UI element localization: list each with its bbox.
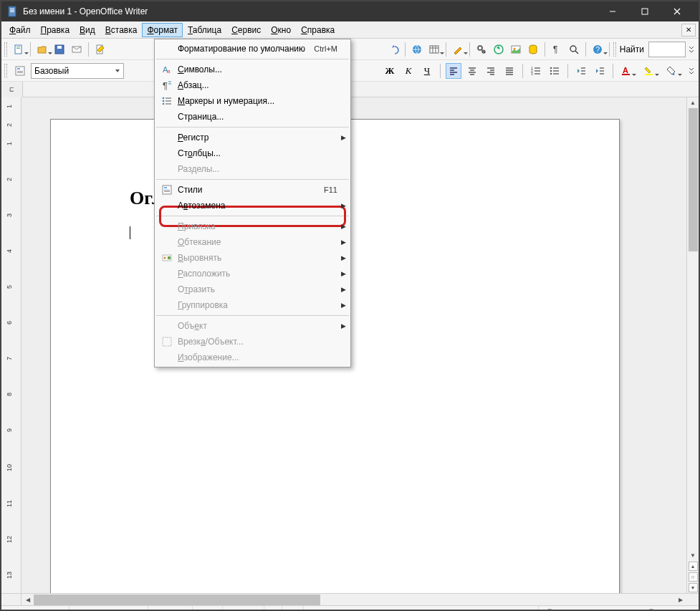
zoom-value-cell[interactable]: 100 % [662, 606, 699, 611]
ruler-tick: 11 [6, 500, 13, 507]
bulleted-list-button[interactable] [547, 63, 562, 79]
menu-item-страница[interactable]: Страница... [155, 109, 350, 125]
background-color-button[interactable] [664, 63, 680, 79]
decrease-indent-button[interactable] [573, 63, 589, 79]
gallery-button[interactable] [508, 42, 524, 57]
menu-формат[interactable]: Формат [142, 23, 183, 37]
next-page-nav-button[interactable]: ▾ [689, 583, 698, 592]
menu-item-абзац[interactable]: ¶Абзац... [155, 77, 350, 93]
zoom-in-button[interactable]: + [646, 609, 656, 612]
menu-правка[interactable]: Правка [36, 23, 75, 37]
menu-сервис[interactable]: Сервис [226, 23, 266, 37]
submenu-arrow-icon: ▶ [337, 302, 346, 309]
hyperlink-button[interactable] [409, 42, 425, 57]
draw-functions-button[interactable] [450, 42, 466, 57]
close-button[interactable] [661, 1, 693, 21]
toolbar-handle[interactable] [4, 42, 7, 57]
navigation-button[interactable]: ○ [689, 572, 698, 582]
menu-item-форматированиепоумолчанию[interactable]: Форматирование по умолчаниюCtrl+M [155, 41, 350, 57]
toolbar-handle[interactable] [4, 64, 7, 78]
scroll-left-arrow[interactable]: ◀ [21, 594, 34, 605]
menu-справка[interactable]: Справка [296, 23, 340, 37]
menu-вставка[interactable]: Вставка [100, 23, 143, 37]
new-document-button[interactable] [11, 42, 27, 57]
zoom-button[interactable] [566, 42, 582, 57]
selection-mode-cell[interactable]: СТАНД [223, 606, 264, 611]
font-color-button[interactable]: A [618, 63, 634, 79]
hscroll-thumb[interactable] [34, 595, 320, 605]
menu-item-группировка: Группировка▶ [155, 297, 350, 313]
menu-item-маркерыинумерация[interactable]: Маркеры и нумерация... [155, 93, 350, 109]
align-justify-button[interactable] [502, 63, 517, 79]
data-sources-button[interactable] [525, 42, 541, 57]
navigator-button[interactable] [491, 42, 507, 57]
menu-separator [156, 216, 349, 216]
zoom-out-button[interactable]: − [545, 609, 555, 612]
minimize-button[interactable] [596, 1, 628, 21]
svg-rect-10 [16, 48, 20, 49]
highlight-button[interactable] [641, 63, 657, 79]
edit-file-button[interactable] [92, 42, 108, 57]
save-button[interactable] [52, 42, 67, 57]
document-area[interactable]: Огл [21, 97, 686, 593]
menu-item-label: Столбцы... [176, 148, 337, 158]
find-label: Найти [620, 44, 644, 54]
svg-rect-72 [645, 74, 653, 75]
paragraph-style-combo[interactable]: Базовый [31, 63, 124, 79]
italic-button[interactable]: К [401, 63, 416, 79]
vertical-scrollbar[interactable]: ▲ ▼ ▴ ○ ▾ [686, 97, 699, 593]
vertical-ruler[interactable]: 1212345678910111213 [1, 97, 21, 593]
find-toolbar-handle[interactable] [613, 42, 616, 57]
menu-таблица[interactable]: Таблица [183, 23, 226, 37]
menu-item-отразить: Отразить▶ [155, 282, 350, 297]
menu-item-столбцы[interactable]: Столбцы... [155, 145, 350, 161]
scroll-thumb[interactable] [689, 108, 698, 251]
menu-вид[interactable]: Вид [75, 23, 100, 37]
table-button[interactable] [426, 42, 442, 57]
language-cell[interactable]: Русский [148, 606, 193, 611]
svg-rect-3 [10, 11, 14, 12]
scroll-right-arrow[interactable]: ▶ [674, 594, 686, 605]
toolbar-overflow-button[interactable] [687, 42, 696, 57]
undo-button[interactable] [385, 42, 401, 57]
align-right-button[interactable] [483, 63, 499, 79]
page-number-cell[interactable]: Страница 1 / 1 [1, 606, 69, 611]
numbered-list-button[interactable]: 123 [528, 63, 544, 79]
scroll-up-arrow[interactable]: ▲ [688, 97, 699, 108]
find-input[interactable] [648, 42, 686, 57]
scroll-down-arrow[interactable]: ▼ [688, 550, 699, 561]
menu-item-label: Привязка [176, 221, 337, 231]
bold-button[interactable]: Ж [382, 63, 398, 79]
nonprinting-chars-button[interactable]: ¶ [549, 42, 565, 57]
insert-mode-cell[interactable]: ВСТ [193, 606, 223, 611]
signature-cell[interactable] [282, 606, 304, 611]
close-document-button[interactable]: ✕ [681, 24, 696, 37]
bullets-icon [158, 95, 176, 107]
svg-rect-16 [430, 46, 438, 53]
underline-button[interactable]: Ч [419, 63, 435, 79]
find-replace-button[interactable] [474, 42, 489, 57]
view-layout-cell[interactable] [485, 606, 539, 611]
menu-item-символы[interactable]: AaСимволы... [155, 62, 350, 77]
increase-indent-button[interactable] [592, 63, 608, 79]
help-button[interactable]: ? [590, 42, 605, 57]
submenu-arrow-icon: ▶ [337, 254, 346, 261]
toolbar-overflow-button[interactable] [687, 63, 696, 79]
menu-окно[interactable]: Окно [266, 23, 296, 37]
menu-item-стили[interactable]: СтилиF11 [155, 182, 350, 198]
menu-item-label: Объект [176, 321, 337, 331]
align-center-button[interactable] [464, 63, 480, 79]
email-button[interactable] [69, 42, 85, 57]
paragraph-icon: ¶ [158, 80, 176, 91]
menu-item-автозамена[interactable]: Автозамена▶ [155, 198, 350, 213]
menu-item-регистр[interactable]: Регистр▶ [155, 130, 350, 145]
menu-файл[interactable]: Файл [4, 23, 36, 37]
scroll-track[interactable] [688, 108, 699, 550]
align-left-button[interactable] [446, 63, 461, 79]
page-style-cell[interactable]: Первая страница [69, 606, 148, 611]
prev-page-nav-button[interactable]: ▴ [689, 562, 698, 571]
open-button[interactable] [34, 42, 50, 57]
horizontal-scrollbar[interactable]: ◀ ▶ [1, 593, 699, 605]
styles-window-button[interactable] [12, 63, 28, 79]
maximize-button[interactable] [628, 1, 661, 21]
